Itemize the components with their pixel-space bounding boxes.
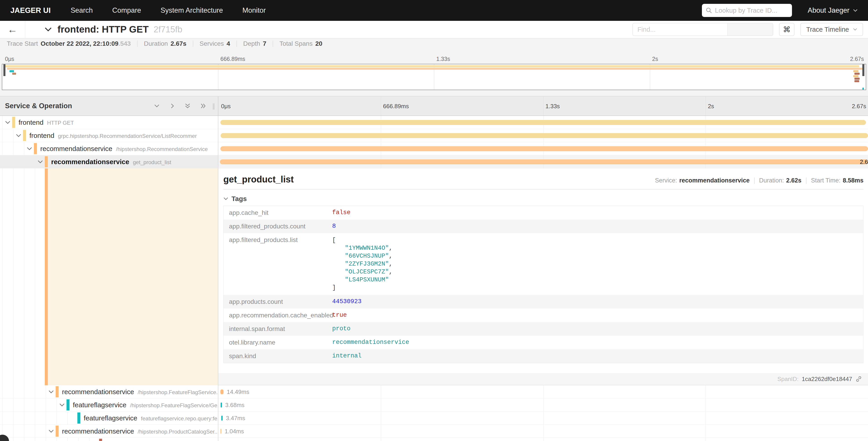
span-expand-chevron[interactable] <box>37 160 43 164</box>
minimap-tick-label: 2s <box>652 56 658 62</box>
back-button[interactable]: ← <box>0 21 25 38</box>
tag-value: false <box>332 206 350 219</box>
span-tree-cell[interactable]: recommendationservice/hipstershop.Produc… <box>0 425 218 438</box>
tag-value: proto <box>332 322 350 336</box>
timeline-gridline <box>706 385 706 398</box>
span-duration-bar[interactable] <box>221 133 868 138</box>
minimap-scrubber-handle[interactable] <box>3 64 5 76</box>
stat-divider <box>237 40 237 47</box>
stat-label: Services <box>199 40 224 47</box>
tree-guide-line <box>57 438 57 441</box>
span-row: frontendgrpc.hipstershop.RecommendationS… <box>0 129 868 142</box>
stat-value: October 22 2022, 22:10:09 <box>40 40 118 47</box>
minimap-tick-label: 0μs <box>5 56 14 62</box>
span-tree-cell[interactable]: featureflagservice/hipstershop.FeatureFl… <box>0 399 218 412</box>
span-row: frontendHTTP GET <box>0 116 868 129</box>
span-duration-bar[interactable] <box>220 146 868 151</box>
span-timeline-cell[interactable] <box>218 142 868 155</box>
span-duration-bar[interactable] <box>221 416 223 421</box>
tree-guide-line <box>13 129 13 142</box>
span-service-accent-bar <box>45 156 48 167</box>
trace-view-select[interactable]: Trace Timeline <box>800 23 863 36</box>
tags-section-title: Tags <box>231 195 247 203</box>
span-tree-cell[interactable]: featureflagservicefeatureflagservice.rep… <box>0 412 218 425</box>
span-tree-cell[interactable]: frontendgrpc.hipstershop.RecommendationS… <box>0 129 218 142</box>
about-jaeger-label: About Jaeger <box>808 6 849 14</box>
span-duration-bar[interactable] <box>220 159 868 164</box>
span-expand-chevron[interactable] <box>49 390 54 394</box>
tree-guide-line <box>57 412 57 424</box>
timeline-gridline <box>543 438 544 441</box>
deep-link-icon[interactable] <box>855 376 862 382</box>
span-expand-chevron[interactable] <box>49 430 54 433</box>
span-expand-chevron[interactable] <box>27 147 32 151</box>
collapse-all-icon[interactable] <box>184 102 191 110</box>
span-expand-chevron[interactable] <box>59 403 65 407</box>
span-tree-cell[interactable]: recommendationserviceget_product_list <box>0 155 218 169</box>
span-tree-cell[interactable] <box>0 438 218 441</box>
tags-section-toggle[interactable]: Tags <box>223 195 864 203</box>
chevron-down-icon <box>853 28 857 31</box>
column-resize-handle[interactable]: ∥ <box>212 102 215 110</box>
span-timeline-cell[interactable]: 14.49ms <box>218 385 868 399</box>
span-duration-bar[interactable] <box>220 389 223 394</box>
tag-key: app.cache_hit <box>223 206 332 219</box>
nav-item-system-architecture[interactable]: System Architecture <box>161 6 223 14</box>
span-timeline-cell[interactable]: 1.04ms <box>218 425 868 438</box>
tag-list-item: "1YMWWN1N4O", <box>332 244 393 252</box>
tag-list-item-string: "LS4PSXUNUM" <box>345 276 389 283</box>
span-duration-label: 1.04ms <box>225 428 244 435</box>
span-expand-chevron[interactable] <box>5 121 10 124</box>
span-duration-bar[interactable] <box>220 120 866 125</box>
span-timeline-cell[interactable]: 3.68ms <box>218 399 868 412</box>
stat-divider <box>273 40 273 47</box>
keyboard-shortcuts-button[interactable]: ⌘ <box>779 23 795 36</box>
tree-guide-line <box>35 412 35 424</box>
span-timeline-cell[interactable] <box>218 438 868 441</box>
trace-id-lookup-input[interactable] <box>715 7 788 14</box>
span-duration-label: 3.68ms <box>225 401 244 408</box>
span-detail-panel: get_product_list Service:recommendations… <box>218 169 868 385</box>
tree-guide-line <box>78 438 79 441</box>
span-timeline-cell[interactable] <box>218 116 868 129</box>
stat-label: Depth <box>243 40 260 47</box>
span-duration-bar[interactable] <box>220 429 221 434</box>
trace-id-lookup[interactable] <box>702 4 792 17</box>
timeline-header-gridline <box>543 96 544 115</box>
span-name-group: recommendationservice/hipstershop.Featur… <box>62 388 221 396</box>
tag-value: 8 <box>332 219 336 233</box>
trace-title: frontend: HTTP GET <box>58 24 149 35</box>
tree-guide-line <box>13 169 13 385</box>
span-detail-header: get_product_list Service:recommendations… <box>223 169 864 184</box>
minimap-canvas[interactable] <box>2 64 866 90</box>
expand-all-icon[interactable] <box>199 102 207 110</box>
timeline-gridline <box>543 385 544 398</box>
tree-guide-line <box>13 438 13 441</box>
collapse-trace-header-chevron[interactable] <box>44 27 52 32</box>
span-timeline-cell[interactable]: 2.62s <box>218 155 868 169</box>
span-duration-bar[interactable] <box>221 403 222 408</box>
expand-one-icon[interactable] <box>168 102 176 110</box>
tag-row: app.filtered_products.count8 <box>223 219 863 233</box>
nav-item-search[interactable]: Search <box>71 6 93 14</box>
tag-key: app.recommendation.cache_enabled <box>223 308 332 322</box>
tag-list-close-bracket: ] <box>332 284 393 292</box>
minimap-scrubber-handle[interactable] <box>862 64 864 76</box>
timeline-column-header: Service & Operation ∥ 0μs666.89ms1.33s2s… <box>0 96 868 116</box>
collapse-one-icon[interactable] <box>153 102 160 110</box>
span-duration-label: 3.47ms <box>226 414 245 421</box>
nav-item-monitor[interactable]: Monitor <box>242 6 266 14</box>
span-expand-chevron[interactable] <box>16 134 21 138</box>
span-timeline-cell[interactable]: 3.47ms <box>218 412 868 425</box>
span-tree-cell[interactable]: recommendationservice/hipstershop.Featur… <box>0 385 218 399</box>
trace-stat-depth: Depth7 <box>243 40 266 47</box>
span-tree-cell[interactable]: recommendationservice/hipstershop.Recomm… <box>0 142 218 155</box>
about-jaeger-menu[interactable]: About Jaeger <box>808 6 858 14</box>
span-timeline-cell[interactable] <box>218 129 868 142</box>
span-service-accent-bar <box>56 386 59 397</box>
timeline-tick-label: 2s <box>708 103 714 110</box>
nav-item-compare[interactable]: Compare <box>112 6 141 14</box>
span-tree-cell[interactable]: frontendHTTP GET <box>0 116 218 129</box>
find-input[interactable] <box>633 23 727 35</box>
app-logo[interactable]: JAEGER UI <box>10 6 51 15</box>
